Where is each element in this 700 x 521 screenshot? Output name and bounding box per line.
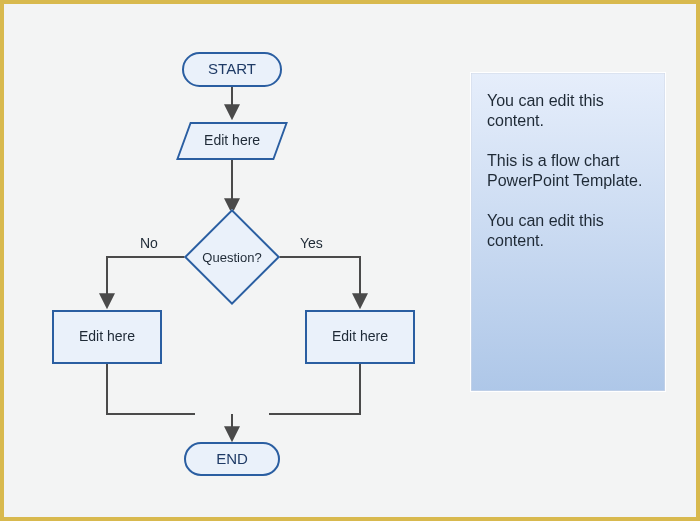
info-p2: This is a flow chart PowerPoint Template… [487, 151, 649, 191]
process-right-label: Edit here [332, 329, 388, 344]
io-shape[interactable]: Edit here [176, 122, 288, 160]
info-panel[interactable]: You can edit this content. This is a flo… [470, 72, 666, 392]
start-terminator[interactable]: START [182, 52, 282, 87]
decision-label: Question? [202, 250, 261, 265]
start-label: START [208, 61, 256, 78]
process-left[interactable]: Edit here [52, 310, 162, 364]
info-p1: You can edit this content. [487, 91, 649, 131]
end-label: END [216, 451, 248, 468]
branch-yes-label: Yes [300, 235, 323, 251]
end-terminator[interactable]: END [184, 442, 280, 476]
decision-shape[interactable]: Question? [198, 223, 266, 291]
process-right[interactable]: Edit here [305, 310, 415, 364]
branch-no-label: No [140, 235, 158, 251]
info-p3: You can edit this content. [487, 211, 649, 251]
slide-canvas: START Edit here Question? No Yes Edit he… [4, 4, 696, 517]
process-left-label: Edit here [79, 329, 135, 344]
io-label: Edit here [204, 133, 260, 148]
